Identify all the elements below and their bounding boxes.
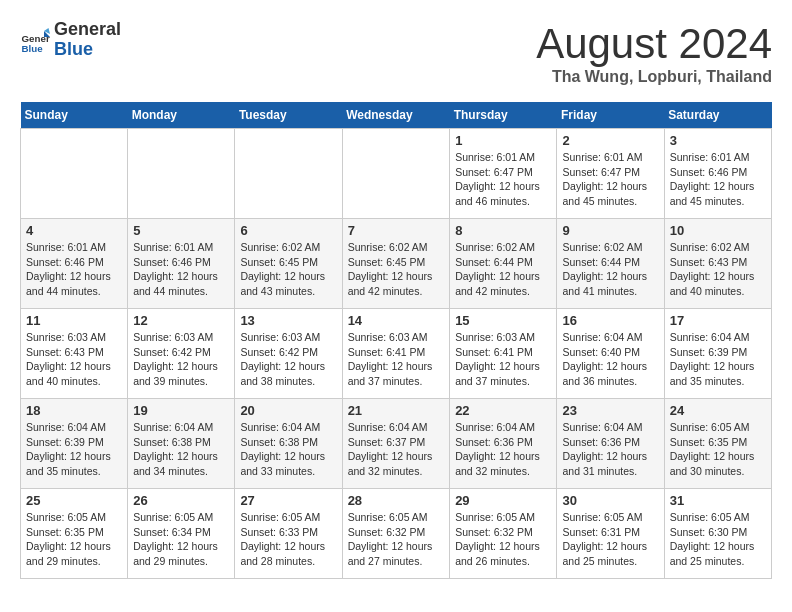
calendar-cell: 26Sunrise: 6:05 AM Sunset: 6:34 PM Dayli… <box>128 489 235 579</box>
page-header: General Blue General Blue August 2024 Th… <box>20 20 772 86</box>
day-number: 14 <box>348 313 445 328</box>
calendar-cell: 8Sunrise: 6:02 AM Sunset: 6:44 PM Daylig… <box>450 219 557 309</box>
calendar-cell: 11Sunrise: 6:03 AM Sunset: 6:43 PM Dayli… <box>21 309 128 399</box>
svg-text:Blue: Blue <box>22 43 44 54</box>
logo: General Blue General Blue <box>20 20 121 60</box>
day-number: 24 <box>670 403 766 418</box>
day-number: 20 <box>240 403 336 418</box>
day-info: Sunrise: 6:04 AM Sunset: 6:37 PM Dayligh… <box>348 420 445 479</box>
calendar-cell: 30Sunrise: 6:05 AM Sunset: 6:31 PM Dayli… <box>557 489 664 579</box>
day-info: Sunrise: 6:04 AM Sunset: 6:38 PM Dayligh… <box>133 420 229 479</box>
day-info: Sunrise: 6:02 AM Sunset: 6:45 PM Dayligh… <box>240 240 336 299</box>
day-info: Sunrise: 6:04 AM Sunset: 6:39 PM Dayligh… <box>670 330 766 389</box>
day-number: 31 <box>670 493 766 508</box>
day-info: Sunrise: 6:05 AM Sunset: 6:30 PM Dayligh… <box>670 510 766 569</box>
day-info: Sunrise: 6:01 AM Sunset: 6:47 PM Dayligh… <box>562 150 658 209</box>
day-number: 19 <box>133 403 229 418</box>
column-header-sunday: Sunday <box>21 102 128 129</box>
day-number: 5 <box>133 223 229 238</box>
calendar-cell <box>21 129 128 219</box>
calendar-cell: 5Sunrise: 6:01 AM Sunset: 6:46 PM Daylig… <box>128 219 235 309</box>
day-number: 17 <box>670 313 766 328</box>
column-header-wednesday: Wednesday <box>342 102 450 129</box>
calendar-cell: 13Sunrise: 6:03 AM Sunset: 6:42 PM Dayli… <box>235 309 342 399</box>
day-number: 13 <box>240 313 336 328</box>
day-number: 18 <box>26 403 122 418</box>
calendar-cell: 4Sunrise: 6:01 AM Sunset: 6:46 PM Daylig… <box>21 219 128 309</box>
day-number: 28 <box>348 493 445 508</box>
day-number: 27 <box>240 493 336 508</box>
location-subtitle: Tha Wung, Lopburi, Thailand <box>536 68 772 86</box>
day-number: 30 <box>562 493 658 508</box>
day-info: Sunrise: 6:01 AM Sunset: 6:46 PM Dayligh… <box>26 240 122 299</box>
day-info: Sunrise: 6:05 AM Sunset: 6:35 PM Dayligh… <box>26 510 122 569</box>
calendar-table: SundayMondayTuesdayWednesdayThursdayFrid… <box>20 102 772 579</box>
calendar-cell: 27Sunrise: 6:05 AM Sunset: 6:33 PM Dayli… <box>235 489 342 579</box>
calendar-cell: 18Sunrise: 6:04 AM Sunset: 6:39 PM Dayli… <box>21 399 128 489</box>
day-number: 16 <box>562 313 658 328</box>
calendar-cell: 14Sunrise: 6:03 AM Sunset: 6:41 PM Dayli… <box>342 309 450 399</box>
day-info: Sunrise: 6:02 AM Sunset: 6:43 PM Dayligh… <box>670 240 766 299</box>
calendar-cell: 31Sunrise: 6:05 AM Sunset: 6:30 PM Dayli… <box>664 489 771 579</box>
column-header-friday: Friday <box>557 102 664 129</box>
day-info: Sunrise: 6:03 AM Sunset: 6:41 PM Dayligh… <box>348 330 445 389</box>
day-number: 26 <box>133 493 229 508</box>
week-row-3: 11Sunrise: 6:03 AM Sunset: 6:43 PM Dayli… <box>21 309 772 399</box>
day-info: Sunrise: 6:04 AM Sunset: 6:36 PM Dayligh… <box>562 420 658 479</box>
day-number: 6 <box>240 223 336 238</box>
day-number: 23 <box>562 403 658 418</box>
calendar-cell: 19Sunrise: 6:04 AM Sunset: 6:38 PM Dayli… <box>128 399 235 489</box>
calendar-cell: 1Sunrise: 6:01 AM Sunset: 6:47 PM Daylig… <box>450 129 557 219</box>
calendar-cell <box>342 129 450 219</box>
day-number: 10 <box>670 223 766 238</box>
day-number: 15 <box>455 313 551 328</box>
calendar-cell: 23Sunrise: 6:04 AM Sunset: 6:36 PM Dayli… <box>557 399 664 489</box>
calendar-cell: 29Sunrise: 6:05 AM Sunset: 6:32 PM Dayli… <box>450 489 557 579</box>
title-block: August 2024 Tha Wung, Lopburi, Thailand <box>536 20 772 86</box>
day-number: 21 <box>348 403 445 418</box>
column-header-saturday: Saturday <box>664 102 771 129</box>
day-info: Sunrise: 6:05 AM Sunset: 6:32 PM Dayligh… <box>455 510 551 569</box>
day-info: Sunrise: 6:05 AM Sunset: 6:35 PM Dayligh… <box>670 420 766 479</box>
calendar-cell: 9Sunrise: 6:02 AM Sunset: 6:44 PM Daylig… <box>557 219 664 309</box>
column-header-thursday: Thursday <box>450 102 557 129</box>
day-number: 4 <box>26 223 122 238</box>
month-year-title: August 2024 <box>536 20 772 68</box>
day-info: Sunrise: 6:05 AM Sunset: 6:33 PM Dayligh… <box>240 510 336 569</box>
week-row-1: 1Sunrise: 6:01 AM Sunset: 6:47 PM Daylig… <box>21 129 772 219</box>
day-number: 29 <box>455 493 551 508</box>
day-info: Sunrise: 6:05 AM Sunset: 6:32 PM Dayligh… <box>348 510 445 569</box>
calendar-cell: 16Sunrise: 6:04 AM Sunset: 6:40 PM Dayli… <box>557 309 664 399</box>
day-info: Sunrise: 6:01 AM Sunset: 6:46 PM Dayligh… <box>133 240 229 299</box>
calendar-cell: 3Sunrise: 6:01 AM Sunset: 6:46 PM Daylig… <box>664 129 771 219</box>
week-row-2: 4Sunrise: 6:01 AM Sunset: 6:46 PM Daylig… <box>21 219 772 309</box>
day-number: 25 <box>26 493 122 508</box>
day-info: Sunrise: 6:01 AM Sunset: 6:46 PM Dayligh… <box>670 150 766 209</box>
day-number: 9 <box>562 223 658 238</box>
calendar-cell: 22Sunrise: 6:04 AM Sunset: 6:36 PM Dayli… <box>450 399 557 489</box>
day-number: 11 <box>26 313 122 328</box>
calendar-cell: 17Sunrise: 6:04 AM Sunset: 6:39 PM Dayli… <box>664 309 771 399</box>
day-info: Sunrise: 6:04 AM Sunset: 6:39 PM Dayligh… <box>26 420 122 479</box>
calendar-cell <box>128 129 235 219</box>
calendar-cell: 15Sunrise: 6:03 AM Sunset: 6:41 PM Dayli… <box>450 309 557 399</box>
day-number: 8 <box>455 223 551 238</box>
day-info: Sunrise: 6:03 AM Sunset: 6:42 PM Dayligh… <box>240 330 336 389</box>
calendar-cell <box>235 129 342 219</box>
day-info: Sunrise: 6:03 AM Sunset: 6:42 PM Dayligh… <box>133 330 229 389</box>
calendar-cell: 12Sunrise: 6:03 AM Sunset: 6:42 PM Dayli… <box>128 309 235 399</box>
week-row-4: 18Sunrise: 6:04 AM Sunset: 6:39 PM Dayli… <box>21 399 772 489</box>
calendar-header-row: SundayMondayTuesdayWednesdayThursdayFrid… <box>21 102 772 129</box>
day-number: 22 <box>455 403 551 418</box>
day-info: Sunrise: 6:02 AM Sunset: 6:45 PM Dayligh… <box>348 240 445 299</box>
calendar-cell: 28Sunrise: 6:05 AM Sunset: 6:32 PM Dayli… <box>342 489 450 579</box>
logo-blue: Blue <box>54 39 93 59</box>
calendar-cell: 6Sunrise: 6:02 AM Sunset: 6:45 PM Daylig… <box>235 219 342 309</box>
day-info: Sunrise: 6:04 AM Sunset: 6:38 PM Dayligh… <box>240 420 336 479</box>
calendar-cell: 10Sunrise: 6:02 AM Sunset: 6:43 PM Dayli… <box>664 219 771 309</box>
day-info: Sunrise: 6:02 AM Sunset: 6:44 PM Dayligh… <box>562 240 658 299</box>
day-info: Sunrise: 6:05 AM Sunset: 6:31 PM Dayligh… <box>562 510 658 569</box>
day-info: Sunrise: 6:04 AM Sunset: 6:40 PM Dayligh… <box>562 330 658 389</box>
day-info: Sunrise: 6:03 AM Sunset: 6:43 PM Dayligh… <box>26 330 122 389</box>
day-number: 2 <box>562 133 658 148</box>
